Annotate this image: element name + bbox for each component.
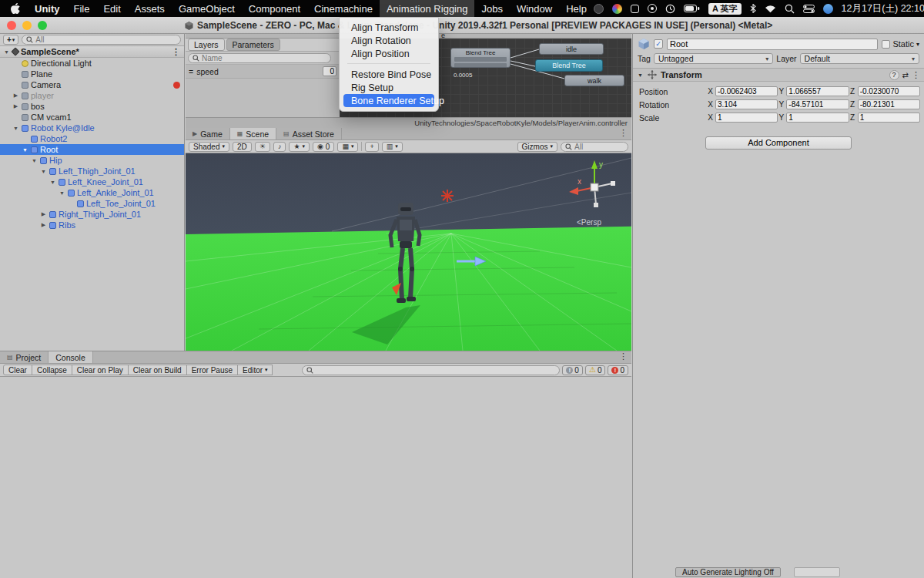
gameobject-name-input[interactable] (667, 39, 878, 50)
drag-handle-icon[interactable]: = (189, 67, 193, 76)
menu-edit[interactable]: Edit (96, 0, 127, 17)
walk-state-node[interactable]: walk (564, 75, 624, 86)
screen-record-icon[interactable] (594, 4, 604, 14)
close-window-button[interactable] (7, 21, 16, 30)
cinemachine-gizmo-icon[interactable] (441, 190, 454, 202)
tag-dropdown[interactable]: Untagged▾ (654, 53, 773, 64)
hierarchy-row[interactable]: ▼Left_Knee_Joint_01 (0, 176, 184, 187)
hierarchy-row[interactable]: Robot2 (0, 133, 184, 144)
foldout-arrow[interactable]: ▼ (637, 72, 644, 78)
clear-button[interactable]: Clear (3, 365, 32, 375)
menu-animation-rigging[interactable]: Animation Rigging (380, 0, 475, 17)
menu-jobs[interactable]: Jobs (474, 0, 509, 17)
info-count-badge[interactable]: !0 (562, 365, 583, 375)
wifi-icon[interactable] (765, 5, 776, 13)
hierarchy-row[interactable]: Directional Light (0, 58, 184, 69)
scale-x-input[interactable] (715, 113, 778, 123)
collapse-button[interactable]: Collapse (32, 365, 72, 375)
static-checkbox[interactable] (882, 40, 890, 49)
hierarchy-search[interactable] (22, 35, 181, 45)
menu-item-restore-bind-pose[interactable]: Restore Bind Pose (343, 68, 434, 81)
gizmos-dropdown[interactable]: Gizmos▾ (517, 142, 557, 152)
idle-state-node[interactable]: idle (539, 43, 604, 55)
parameter-search[interactable] (188, 53, 331, 63)
editor-dropdown[interactable]: Editor ▾ (237, 365, 273, 375)
menu-item-align-position[interactable]: Align Position (343, 47, 434, 60)
menu-item-align-rotation[interactable]: Align Rotation (343, 34, 434, 47)
hierarchy-row[interactable]: Plane (0, 69, 184, 79)
presets-icon[interactable]: ⇄ (902, 71, 909, 79)
parameter-value-input[interactable] (323, 66, 336, 76)
hierarchy-row[interactable]: Camera (0, 79, 184, 90)
hierarchy-row[interactable]: ▶bos (0, 101, 184, 112)
hierarchy-row-selected[interactable]: ▼Root (0, 144, 184, 155)
console-log-area[interactable] (0, 377, 631, 578)
console-search-input[interactable] (316, 366, 555, 375)
layer-dropdown[interactable]: Default▾ (800, 53, 919, 64)
input-method-badge[interactable]: A 英字 (708, 3, 742, 15)
rotation-x-input[interactable] (715, 99, 778, 109)
menubar-clock[interactable]: 12月17日(土) 22:10 (842, 2, 924, 15)
battery-icon[interactable] (684, 5, 700, 12)
expand-arrow[interactable]: ▶ (12, 92, 19, 99)
2d-toggle[interactable]: 2D (233, 142, 252, 152)
hierarchy-row[interactable]: ▶player (0, 90, 184, 101)
expand-arrow[interactable]: ▼ (40, 169, 47, 174)
hierarchy-row[interactable]: ▼Robot Kyle@Idle (0, 123, 184, 133)
console-search[interactable] (302, 365, 560, 375)
error-pause-button[interactable]: Error Pause (186, 365, 238, 375)
kebab-menu-icon[interactable]: ⋮ (615, 351, 631, 363)
kebab-menu-icon[interactable]: ⋮ (912, 70, 920, 80)
camera-settings-dropdown[interactable]: ▥▾ (382, 142, 403, 152)
robot-character[interactable] (370, 201, 441, 309)
audio-toggle[interactable]: ♪ (273, 142, 286, 152)
hierarchy-row[interactable]: ▶Ribs (0, 220, 184, 230)
hierarchy-row[interactable]: Left_Toe_Joint_01 (0, 198, 184, 209)
scene-visibility-toggle[interactable]: ◉0 (313, 142, 334, 152)
tab-console[interactable]: Console (49, 351, 93, 363)
expand-arrow[interactable]: ▶ (12, 103, 19, 109)
expand-arrow[interactable]: ▶ (40, 211, 47, 217)
tab-scene[interactable]: ▦Scene (230, 128, 276, 139)
tab-layers[interactable]: Layers (188, 39, 225, 51)
tab-project[interactable]: ▤Project (0, 351, 49, 363)
position-x-input[interactable] (715, 86, 778, 96)
expand-arrow[interactable]: ▼ (49, 180, 56, 185)
menu-item-rig-setup[interactable]: Rig Setup (343, 81, 434, 94)
menu-file[interactable]: File (67, 0, 97, 17)
menu-gameobject[interactable]: GameObject (172, 0, 242, 17)
component-tools-button[interactable]: + (365, 142, 378, 152)
user-avatar-icon[interactable] (823, 4, 833, 14)
spotlight-icon[interactable] (785, 4, 795, 14)
clear-on-play-button[interactable]: Clear on Play (72, 365, 129, 375)
scene-header-row[interactable]: ▼ SampleScene* ⋮ (0, 46, 184, 58)
draw-mode-dropdown[interactable]: Shaded▾ (189, 142, 229, 152)
kebab-menu-icon[interactable]: ⋮ (168, 47, 184, 57)
zoom-window-button[interactable] (38, 21, 47, 30)
error-count-badge[interactable]: !0 (608, 365, 628, 375)
grid-settings-dropdown[interactable]: ▦▾ (337, 142, 358, 152)
expand-arrow[interactable]: ▼ (12, 126, 19, 131)
parameter-search-input[interactable] (202, 54, 326, 62)
menu-help[interactable]: Help (559, 0, 594, 17)
create-menu-button[interactable]: +▾ (3, 35, 18, 45)
position-y-input[interactable] (786, 86, 849, 96)
warning-count-badge[interactable]: ⚠0 (585, 365, 606, 375)
menu-item-bone-renderer-setup[interactable]: Bone Renderer Setup (343, 94, 434, 107)
minimize-window-button[interactable] (22, 21, 32, 30)
position-z-input[interactable] (858, 86, 920, 96)
kebab-menu-icon[interactable]: ⋮ (615, 128, 631, 139)
expand-arrow[interactable]: ▼ (22, 147, 28, 153)
hierarchy-row[interactable]: ▼Left_Ankle_Joint_01 (0, 187, 184, 198)
active-checkbox[interactable]: ✓ (654, 39, 663, 49)
menu-component[interactable]: Component (242, 0, 307, 17)
perspective-label[interactable]: <Persp (577, 218, 601, 227)
auto-generate-lighting-button[interactable]: Auto Generate Lighting Off (675, 567, 781, 577)
scale-z-input[interactable] (858, 113, 920, 123)
expand-arrow[interactable]: ▼ (3, 49, 10, 55)
menu-unity[interactable]: Unity (28, 0, 67, 17)
hierarchy-row[interactable]: ▶Right_Thigh_Joint_01 (0, 209, 184, 220)
tab-game[interactable]: ▶Game (186, 128, 230, 139)
time-machine-icon[interactable] (665, 4, 675, 14)
effects-dropdown[interactable]: ★▾ (289, 142, 310, 152)
